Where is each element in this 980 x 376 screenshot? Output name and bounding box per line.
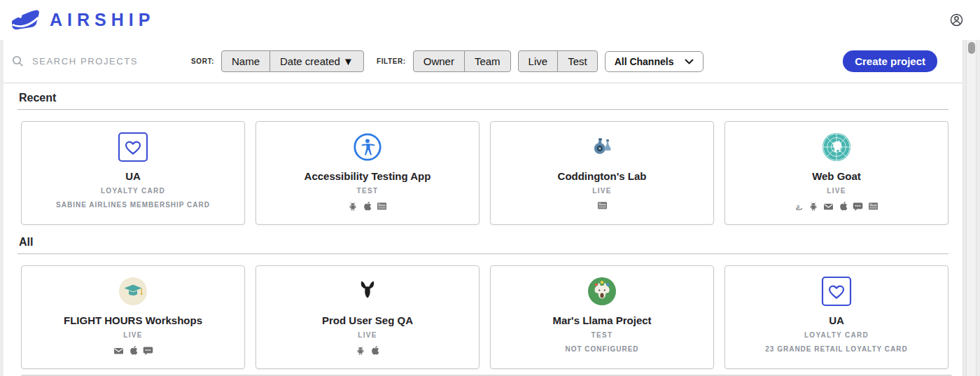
web-goat-icon	[822, 131, 851, 163]
web-channel-icon	[377, 202, 387, 211]
android-channel-icon	[348, 202, 358, 211]
goat-head-icon	[356, 275, 379, 307]
project-card-mar-s-llama-project[interactable]: Mar's Llama Project TEST NOT CONFIGURED	[490, 265, 714, 369]
create-project-button[interactable]: Create project	[843, 50, 937, 72]
project-name: Web Goat	[812, 170, 861, 182]
apple-channel-icon	[129, 345, 138, 356]
channels-dropdown-value: All Channels	[615, 56, 674, 67]
project-name: UA	[829, 314, 844, 326]
heart-square-icon	[118, 131, 148, 163]
cards-row: FLIGHT HOURS Workshops LIVE Prod User Se…	[18, 254, 948, 369]
project-description: SABINE AIRLINES MEMBERSHIP CARD	[56, 201, 210, 209]
project-name: FLIGHT HOURS Workshops	[64, 314, 202, 326]
project-name: Coddington's Lab	[558, 170, 647, 182]
search-input[interactable]	[31, 55, 171, 67]
filter-button-group: LiveTest	[518, 50, 598, 72]
section-title: Recent	[19, 92, 948, 104]
project-card-ua[interactable]: UA LOYALTY CARD 23 GRANDE RETAIL LOYALTY…	[724, 265, 948, 369]
card-footer: 23 GRANDE RETAIL LOYALTY CARD	[765, 345, 907, 353]
card-footer	[113, 345, 153, 356]
project-description: NOT CONFIGURED	[565, 345, 638, 353]
accessibility-icon	[353, 131, 382, 163]
android-channel-icon	[356, 346, 365, 356]
filter-button-live[interactable]: Live	[518, 50, 559, 72]
filter-groups: OwnerTeamLiveTest	[413, 50, 598, 72]
project-status: LOYALTY CARD	[804, 331, 869, 339]
android-channel-icon	[808, 202, 818, 211]
apple-channel-icon	[363, 201, 372, 211]
card-footer	[597, 201, 608, 210]
airship-logo[interactable]: AIRSHIP	[10, 8, 155, 32]
cards-row: UA LOYALTY CARD SABINE AIRLINES MEMBERSH…	[18, 110, 948, 225]
project-card-prod-user-seg-qa[interactable]: Prod User Seg QA LIVE	[255, 265, 479, 369]
sort-button-name[interactable]: Name	[221, 50, 270, 72]
project-name: UA	[125, 170, 141, 182]
project-status: TEST	[592, 331, 613, 339]
project-status: LIVE	[592, 187, 611, 195]
card-footer: NOT CONFIGURED	[565, 345, 638, 353]
project-status: TEST	[357, 187, 379, 195]
sections: Recent UA LOYALTY CARD SABINE AIRLINES M…	[4, 83, 962, 369]
projects-panel: SORT: NameDate created ▼ FILTER: OwnerTe…	[4, 40, 963, 376]
amazon-channel-icon: a	[794, 202, 804, 211]
filter-button-owner[interactable]: Owner	[413, 50, 465, 72]
heart-square-icon	[821, 275, 852, 307]
filter-button-group: OwnerTeam	[413, 50, 511, 72]
project-card-flight-hours-workshops[interactable]: FLIGHT HOURS Workshops LIVE	[21, 265, 245, 369]
project-card-coddington-s-lab[interactable]: Coddington's Lab LIVE	[490, 121, 714, 225]
search-box	[12, 55, 191, 67]
account-icon[interactable]	[950, 13, 963, 27]
llama-icon	[587, 275, 617, 307]
top-header: AIRSHIP	[0, 0, 980, 40]
search-icon	[12, 55, 24, 67]
sms-channel-icon	[853, 202, 863, 211]
project-card-accessibility-testing-app[interactable]: Accessibility Testing App TEST	[255, 121, 479, 225]
web-channel-icon	[868, 202, 878, 211]
sort-button-date-created[interactable]: Date created ▼	[270, 50, 364, 72]
vertical-scrollbar	[966, 40, 976, 376]
email-channel-icon	[823, 202, 834, 211]
sms-channel-icon	[143, 346, 153, 356]
lab-flasks-icon	[592, 131, 612, 163]
scrollbar-thumb[interactable]	[968, 42, 975, 54]
sort-button-group: NameDate created ▼	[221, 50, 364, 72]
project-card-web-goat[interactable]: Web Goat LIVE a	[724, 121, 948, 225]
apple-channel-icon	[370, 345, 379, 356]
project-status: LOYALTY CARD	[101, 187, 165, 195]
airship-flag-icon	[10, 8, 41, 32]
section-title: All	[19, 236, 948, 249]
section-recent: Recent UA LOYALTY CARD SABINE AIRLINES M…	[4, 83, 962, 225]
filter-label: FILTER:	[377, 57, 406, 65]
card-footer: a	[794, 201, 878, 211]
project-name: Accessibility Testing App	[304, 170, 431, 182]
filter-button-test[interactable]: Test	[557, 50, 598, 72]
apple-channel-icon	[839, 201, 848, 211]
card-footer: SABINE AIRLINES MEMBERSHIP CARD	[56, 201, 210, 209]
logo-wordmark: AIRSHIP	[50, 10, 155, 30]
channels-dropdown[interactable]: All Channels	[605, 51, 704, 72]
section-all: All FLIGHT HOURS Workshops LIVE Prod Use…	[4, 225, 962, 369]
project-name: Mar's Llama Project	[552, 314, 651, 326]
project-status: LIVE	[123, 331, 142, 339]
project-name: Prod User Seg QA	[322, 314, 413, 326]
svg-text:a: a	[796, 202, 799, 210]
project-card-ua[interactable]: UA LOYALTY CARD SABINE AIRLINES MEMBERSH…	[21, 121, 245, 225]
project-status: LIVE	[827, 187, 846, 195]
projects-toolbar: SORT: NameDate created ▼ FILTER: OwnerTe…	[4, 40, 962, 83]
project-description: 23 GRANDE RETAIL LOYALTY CARD	[765, 345, 907, 353]
chevron-down-icon	[685, 59, 694, 64]
web-channel-icon	[597, 201, 608, 210]
sort-label: SORT:	[191, 57, 214, 65]
email-channel-icon	[113, 346, 124, 356]
card-footer	[356, 345, 379, 356]
card-footer	[348, 201, 387, 211]
graduation-cap-icon	[118, 275, 148, 307]
project-status: LIVE	[358, 331, 377, 339]
page-background: SORT: NameDate created ▼ FILTER: OwnerTe…	[0, 40, 980, 376]
filter-button-team[interactable]: Team	[464, 50, 511, 72]
